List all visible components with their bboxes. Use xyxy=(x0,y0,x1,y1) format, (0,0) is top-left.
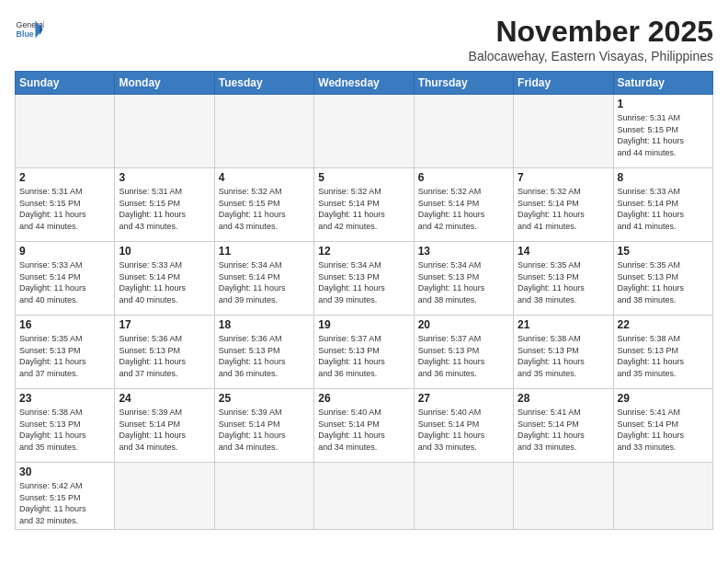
calendar-cell: 2Sunrise: 5:31 AM Sunset: 5:15 PM Daylig… xyxy=(16,168,115,242)
calendar-cell xyxy=(514,95,613,168)
calendar-cell: 21Sunrise: 5:38 AM Sunset: 5:13 PM Dayli… xyxy=(514,316,613,389)
weekday-header-sunday: Sunday xyxy=(16,72,115,95)
weekday-header-monday: Monday xyxy=(115,72,214,95)
day-number: 11 xyxy=(219,245,310,258)
calendar-cell: 28Sunrise: 5:41 AM Sunset: 5:14 PM Dayli… xyxy=(514,389,613,463)
calendar-cell: 19Sunrise: 5:37 AM Sunset: 5:13 PM Dayli… xyxy=(314,316,414,389)
day-number: 4 xyxy=(219,171,310,184)
day-info: Sunrise: 5:34 AM Sunset: 5:13 PM Dayligh… xyxy=(418,259,509,305)
day-number: 14 xyxy=(518,245,609,258)
svg-text:Blue: Blue xyxy=(17,29,34,39)
generalblue-logo-icon: General Blue xyxy=(15,15,44,44)
calendar-cell xyxy=(214,463,313,530)
calendar-week-row: 2Sunrise: 5:31 AM Sunset: 5:15 PM Daylig… xyxy=(16,168,713,242)
day-number: 20 xyxy=(418,318,509,331)
day-info: Sunrise: 5:41 AM Sunset: 5:14 PM Dayligh… xyxy=(518,407,609,453)
day-info: Sunrise: 5:37 AM Sunset: 5:13 PM Dayligh… xyxy=(418,333,509,379)
calendar-cell: 26Sunrise: 5:40 AM Sunset: 5:14 PM Dayli… xyxy=(314,389,414,463)
day-number: 19 xyxy=(318,318,409,331)
day-info: Sunrise: 5:34 AM Sunset: 5:13 PM Dayligh… xyxy=(318,259,409,305)
weekday-header-thursday: Thursday xyxy=(414,72,513,95)
weekday-header-row: SundayMondayTuesdayWednesdayThursdayFrid… xyxy=(16,72,713,95)
calendar-cell xyxy=(214,95,313,168)
day-info: Sunrise: 5:37 AM Sunset: 5:13 PM Dayligh… xyxy=(318,333,409,379)
calendar-cell: 23Sunrise: 5:38 AM Sunset: 5:13 PM Dayli… xyxy=(16,389,115,463)
day-number: 8 xyxy=(618,171,709,184)
day-number: 23 xyxy=(19,392,110,405)
calendar-week-row: 23Sunrise: 5:38 AM Sunset: 5:13 PM Dayli… xyxy=(16,389,713,463)
day-info: Sunrise: 5:32 AM Sunset: 5:14 PM Dayligh… xyxy=(418,186,509,232)
day-info: Sunrise: 5:39 AM Sunset: 5:14 PM Dayligh… xyxy=(119,407,210,453)
calendar-cell: 24Sunrise: 5:39 AM Sunset: 5:14 PM Dayli… xyxy=(115,389,214,463)
calendar-cell: 7Sunrise: 5:32 AM Sunset: 5:14 PM Daylig… xyxy=(514,168,613,242)
day-number: 26 xyxy=(318,392,409,405)
day-info: Sunrise: 5:31 AM Sunset: 5:15 PM Dayligh… xyxy=(19,186,110,232)
calendar-cell: 3Sunrise: 5:31 AM Sunset: 5:15 PM Daylig… xyxy=(115,168,214,242)
calendar-cell: 17Sunrise: 5:36 AM Sunset: 5:13 PM Dayli… xyxy=(115,316,214,389)
day-info: Sunrise: 5:36 AM Sunset: 5:13 PM Dayligh… xyxy=(219,333,310,379)
day-info: Sunrise: 5:40 AM Sunset: 5:14 PM Dayligh… xyxy=(318,407,409,453)
day-info: Sunrise: 5:33 AM Sunset: 5:14 PM Dayligh… xyxy=(119,259,210,305)
day-info: Sunrise: 5:33 AM Sunset: 5:14 PM Dayligh… xyxy=(19,259,110,305)
calendar-cell: 15Sunrise: 5:35 AM Sunset: 5:13 PM Dayli… xyxy=(613,242,712,316)
calendar-cell: 8Sunrise: 5:33 AM Sunset: 5:14 PM Daylig… xyxy=(613,168,712,242)
day-info: Sunrise: 5:35 AM Sunset: 5:13 PM Dayligh… xyxy=(518,259,609,305)
calendar-cell: 29Sunrise: 5:41 AM Sunset: 5:14 PM Dayli… xyxy=(613,389,712,463)
calendar-cell xyxy=(314,95,414,168)
day-info: Sunrise: 5:38 AM Sunset: 5:13 PM Dayligh… xyxy=(618,333,709,379)
calendar-cell: 9Sunrise: 5:33 AM Sunset: 5:14 PM Daylig… xyxy=(16,242,115,316)
day-number: 17 xyxy=(119,318,210,331)
calendar-cell xyxy=(414,95,513,168)
day-number: 29 xyxy=(618,392,709,405)
day-number: 22 xyxy=(618,318,709,331)
weekday-header-tuesday: Tuesday xyxy=(214,72,313,95)
calendar-title: November 2025 xyxy=(469,15,713,49)
calendar-table: SundayMondayTuesdayWednesdayThursdayFrid… xyxy=(15,71,713,530)
day-info: Sunrise: 5:35 AM Sunset: 5:13 PM Dayligh… xyxy=(618,259,709,305)
day-number: 24 xyxy=(119,392,210,405)
logo: General Blue xyxy=(15,15,44,44)
calendar-cell xyxy=(314,463,414,530)
calendar-cell xyxy=(613,463,712,530)
calendar-cell: 30Sunrise: 5:42 AM Sunset: 5:15 PM Dayli… xyxy=(16,463,115,530)
day-info: Sunrise: 5:39 AM Sunset: 5:14 PM Dayligh… xyxy=(219,407,310,453)
calendar-cell xyxy=(115,95,214,168)
day-number: 3 xyxy=(119,171,210,184)
day-info: Sunrise: 5:36 AM Sunset: 5:13 PM Dayligh… xyxy=(119,333,210,379)
calendar-cell: 18Sunrise: 5:36 AM Sunset: 5:13 PM Dayli… xyxy=(214,316,313,389)
weekday-header-friday: Friday xyxy=(514,72,613,95)
day-number: 12 xyxy=(318,245,409,258)
calendar-cell: 5Sunrise: 5:32 AM Sunset: 5:14 PM Daylig… xyxy=(314,168,414,242)
day-info: Sunrise: 5:32 AM Sunset: 5:14 PM Dayligh… xyxy=(518,186,609,232)
calendar-cell: 1Sunrise: 5:31 AM Sunset: 5:15 PM Daylig… xyxy=(613,95,712,168)
day-number: 16 xyxy=(19,318,110,331)
calendar-cell: 22Sunrise: 5:38 AM Sunset: 5:13 PM Dayli… xyxy=(613,316,712,389)
day-number: 13 xyxy=(418,245,509,258)
calendar-week-row: 9Sunrise: 5:33 AM Sunset: 5:14 PM Daylig… xyxy=(16,242,713,316)
day-number: 6 xyxy=(418,171,509,184)
day-info: Sunrise: 5:38 AM Sunset: 5:13 PM Dayligh… xyxy=(518,333,609,379)
day-info: Sunrise: 5:32 AM Sunset: 5:15 PM Dayligh… xyxy=(219,186,310,232)
day-info: Sunrise: 5:42 AM Sunset: 5:15 PM Dayligh… xyxy=(19,480,110,526)
calendar-cell: 27Sunrise: 5:40 AM Sunset: 5:14 PM Dayli… xyxy=(414,389,513,463)
calendar-subtitle: Balocawehay, Eastern Visayas, Philippine… xyxy=(469,49,713,63)
day-number: 1 xyxy=(618,98,709,110)
calendar-cell: 20Sunrise: 5:37 AM Sunset: 5:13 PM Dayli… xyxy=(414,316,513,389)
calendar-cell: 6Sunrise: 5:32 AM Sunset: 5:14 PM Daylig… xyxy=(414,168,513,242)
day-number: 30 xyxy=(19,465,110,478)
day-info: Sunrise: 5:31 AM Sunset: 5:15 PM Dayligh… xyxy=(119,186,210,232)
day-info: Sunrise: 5:35 AM Sunset: 5:13 PM Dayligh… xyxy=(19,333,110,379)
calendar-cell: 10Sunrise: 5:33 AM Sunset: 5:14 PM Dayli… xyxy=(115,242,214,316)
calendar-cell: 14Sunrise: 5:35 AM Sunset: 5:13 PM Dayli… xyxy=(514,242,613,316)
day-number: 21 xyxy=(518,318,609,331)
header: General Blue November 2025 Balocawehay, … xyxy=(15,15,713,63)
weekday-header-wednesday: Wednesday xyxy=(314,72,414,95)
calendar-cell: 13Sunrise: 5:34 AM Sunset: 5:13 PM Dayli… xyxy=(414,242,513,316)
day-number: 5 xyxy=(318,171,409,184)
calendar-cell xyxy=(414,463,513,530)
calendar-week-row: 16Sunrise: 5:35 AM Sunset: 5:13 PM Dayli… xyxy=(16,316,713,389)
day-number: 2 xyxy=(19,171,110,184)
day-info: Sunrise: 5:41 AM Sunset: 5:14 PM Dayligh… xyxy=(618,407,709,453)
day-number: 10 xyxy=(119,245,210,258)
day-info: Sunrise: 5:31 AM Sunset: 5:15 PM Dayligh… xyxy=(618,112,709,158)
